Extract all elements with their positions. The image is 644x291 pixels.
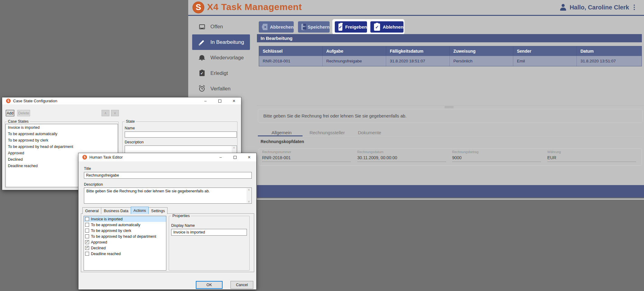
dialog-titlebar[interactable]: S Case State Configuration – ×: [2, 97, 241, 104]
action-row[interactable]: Approved: [84, 239, 166, 245]
section-header: In Bearbeitung: [257, 34, 642, 42]
minimize-button[interactable]: –: [213, 153, 228, 161]
column-header: Schlüssel: [259, 46, 323, 56]
dialog-title: Case State Configuration: [13, 99, 57, 103]
user-menu[interactable]: Hallo, Caroline Clerk: [559, 4, 635, 11]
column-header: Datum: [577, 46, 642, 56]
sidebar-item-label: Erledigt: [210, 70, 228, 76]
table-cell: Rechnungsfreigabe: [323, 56, 386, 66]
action-row[interactable]: Declined: [84, 245, 166, 251]
properties-group-label: Properties: [171, 214, 191, 218]
ok-button[interactable]: OK: [196, 281, 223, 289]
tab-business-data[interactable]: Business Data: [101, 207, 131, 214]
scroll-up-icon: ∧: [233, 146, 235, 149]
clipboard-check-icon: ✓: [199, 70, 205, 76]
checkbox-icon[interactable]: [85, 234, 89, 238]
x4-logo-icon: S: [192, 2, 204, 13]
sidebar-item-offen[interactable]: Offen: [188, 19, 257, 34]
field-label: Währung: [547, 150, 636, 154]
table-cell: 31.8.2020 13:51:07: [577, 56, 642, 66]
cancel-button[interactable]: Cancel: [230, 281, 253, 289]
action-label: Invoice is imported: [91, 217, 123, 221]
action-label: Approved: [91, 240, 107, 244]
x4-logo-icon: S: [6, 99, 11, 103]
checkbox-icon[interactable]: [85, 252, 89, 256]
minimize-button[interactable]: –: [198, 97, 213, 104]
tab-actions[interactable]: Actions: [131, 207, 149, 214]
checkbox-checked-icon[interactable]: [85, 240, 89, 244]
bell-icon: [199, 55, 204, 59]
close-button[interactable]: ×: [227, 97, 241, 104]
scrollbar[interactable]: ∧∨: [247, 188, 251, 203]
app-title: X4 Task Management: [207, 2, 302, 12]
list-item[interactable]: Invoice is imported: [6, 124, 118, 131]
list-item[interactable]: To be approved automatically: [6, 131, 118, 137]
tab-dokumente[interactable]: Dokumente: [358, 130, 381, 135]
tab-general[interactable]: General: [82, 207, 101, 214]
maximize-button[interactable]: [228, 153, 242, 161]
list-item[interactable]: To be approved by clerk: [6, 137, 118, 143]
action-row[interactable]: Invoice is imported: [84, 216, 166, 222]
title-input[interactable]: Rechnungsfreigabe: [84, 172, 252, 179]
description-textarea[interactable]: Bitte geben Sie die Rechnung frei oder l…: [84, 188, 252, 204]
delete-button[interactable]: Delete: [17, 110, 30, 116]
sidebar-item-erledigt[interactable]: ✓Erledigt: [188, 65, 257, 81]
checkbox-icon[interactable]: [85, 223, 89, 227]
save-button[interactable]: Speichern: [298, 21, 330, 33]
sidebar-item-verfallen[interactable]: Verfallen: [188, 81, 257, 96]
display-name-label: Display Name: [171, 223, 195, 228]
add-button[interactable]: Add: [6, 110, 14, 116]
move-up-button[interactable]: ∧: [102, 110, 109, 116]
tab-allgemein[interactable]: Allgemein: [272, 130, 292, 135]
actions-listbox[interactable]: Invoice is importedTo be approved automa…: [84, 216, 166, 271]
field-value: 30.11.2009, 00:00:00: [357, 155, 446, 160]
sidebar-item-in-bearbeitung[interactable]: In Bearbeitung: [192, 34, 250, 50]
decline-button[interactable]: ✓ Ablehnen: [370, 21, 403, 33]
table-cell: 31.8.2020 18:51:07: [386, 56, 450, 66]
invoice-header-title: Rechnungskopfdaten: [261, 139, 304, 144]
action-row[interactable]: Deadline reached: [84, 251, 166, 257]
action-row[interactable]: To be approved by clerk: [84, 228, 166, 233]
kebab-menu-icon[interactable]: [634, 5, 635, 10]
action-row[interactable]: To be approved by head of department: [84, 233, 166, 239]
name-label: Name: [125, 126, 135, 130]
invoice-field: Rechnungsbetrag9000: [452, 150, 541, 162]
scroll-down-icon: ∨: [248, 200, 250, 203]
checkbox-icon[interactable]: [85, 217, 89, 221]
task-message-panel: Bitte geben Sie die Rechnung frei oder l…: [258, 109, 643, 123]
tab-settings[interactable]: Settings: [148, 207, 168, 214]
action-label: Declined: [91, 246, 106, 250]
field-value: 9000: [452, 155, 541, 160]
field-underline: [547, 162, 636, 162]
footer-bar: [257, 185, 644, 198]
sidebar-item-wiedervorlage[interactable]: Wiedervorlage: [188, 50, 257, 65]
tab-rechnungssteller[interactable]: Rechnungssteller: [310, 130, 345, 135]
invoice-field: Rechnungsdatum30.11.2009, 00:00:00: [357, 150, 446, 162]
user-icon: [559, 4, 567, 11]
cancel-button[interactable]: × Abbrechen: [259, 21, 294, 33]
user-greeting: Hallo, Caroline Clerk: [570, 4, 629, 11]
close-button[interactable]: ×: [242, 153, 256, 161]
checkbox-checked-icon[interactable]: [85, 246, 89, 250]
action-row[interactable]: To be approved automatically: [84, 222, 166, 228]
dialog-titlebar[interactable]: S Human Task Editor – ×: [78, 153, 256, 161]
invoice-field: RechnungsnummerRNR-2018-001: [262, 150, 351, 162]
display-name-input[interactable]: Invoice is imported: [171, 229, 247, 236]
name-input[interactable]: [125, 131, 237, 138]
column-header: Fälligkeitsdatum: [386, 46, 450, 56]
move-down-button[interactable]: ∨: [111, 110, 119, 116]
editor-tabstrip: GeneralBusiness DataActionsSettings: [82, 207, 167, 214]
description-label: Description: [125, 140, 144, 144]
dialog-title: Human Task Editor: [89, 155, 123, 160]
field-underline: [452, 162, 541, 162]
header-separator: [188, 15, 644, 16]
checkbox-icon[interactable]: [85, 229, 89, 233]
invoice-field: WährungEUR: [547, 150, 636, 162]
table-cell: Persönlich: [450, 56, 513, 66]
list-item[interactable]: To be approved by head of department: [6, 143, 118, 150]
splitter-grip[interactable]: [445, 106, 454, 109]
approve-button[interactable]: ✓ Freigeben: [335, 21, 367, 33]
invoice-fields-panel: RechnungsnummerRNR-2018-001Rechnungsdatu…: [259, 148, 642, 166]
table-row[interactable]: RNR-2018-001Rechnungsfreigabe31.8.2020 1…: [259, 56, 642, 66]
maximize-button[interactable]: [213, 97, 227, 104]
